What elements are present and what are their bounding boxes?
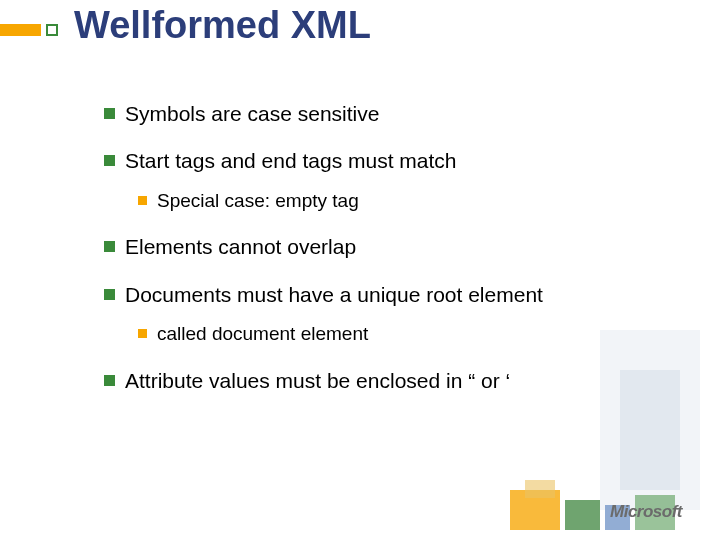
svg-rect-6 bbox=[525, 480, 555, 498]
sub-bullet-text: Special case: empty tag bbox=[157, 189, 359, 214]
list-item: Attribute values must be enclosed in “ o… bbox=[104, 367, 680, 394]
bullet-text: Symbols are case sensitive bbox=[125, 100, 379, 127]
square-bullet-icon bbox=[138, 196, 147, 205]
bullet-text: Elements cannot overlap bbox=[125, 233, 356, 260]
square-bullet-icon bbox=[104, 155, 115, 166]
list-item: Documents must have a unique root elemen… bbox=[104, 281, 680, 347]
bullet-text: Start tags and end tags must match bbox=[125, 147, 457, 174]
list-item: Elements cannot overlap bbox=[104, 233, 680, 260]
square-bullet-icon bbox=[104, 375, 115, 386]
square-bullet-icon bbox=[138, 329, 147, 338]
list-item: Symbols are case sensitive bbox=[104, 100, 680, 127]
microsoft-logo: Microsoft bbox=[610, 502, 682, 522]
svg-rect-3 bbox=[565, 500, 600, 530]
top-accent-bar bbox=[0, 24, 41, 36]
slide-title: Wellformed XML bbox=[74, 4, 371, 47]
bullet-text: Documents must have a unique root elemen… bbox=[125, 281, 543, 308]
square-bullet-icon bbox=[104, 241, 115, 252]
square-bullet-icon bbox=[104, 108, 115, 119]
content-area: Symbols are case sensitive Start tags an… bbox=[104, 100, 680, 414]
bullet-text: Attribute values must be enclosed in “ o… bbox=[125, 367, 510, 394]
list-item: Start tags and end tags must match Speci… bbox=[104, 147, 680, 213]
svg-rect-2 bbox=[510, 490, 560, 530]
square-bullet-icon bbox=[104, 289, 115, 300]
sub-bullet-text: called document element bbox=[157, 322, 368, 347]
title-bullet-icon bbox=[46, 24, 58, 36]
